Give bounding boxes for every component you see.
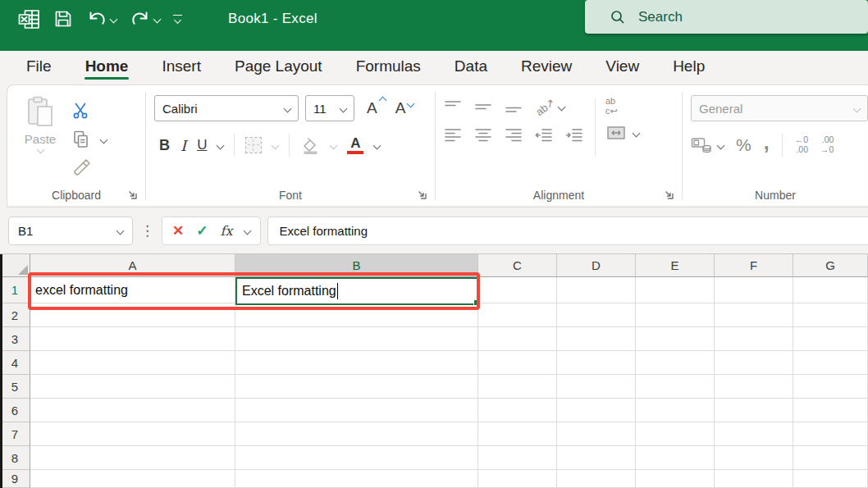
copy-dropdown-icon[interactable] <box>100 135 108 144</box>
cell-D1[interactable] <box>557 277 636 303</box>
tab-home[interactable]: Home <box>84 51 130 82</box>
cell-F1[interactable] <box>715 277 793 303</box>
cell-A8[interactable] <box>30 446 235 470</box>
cancel-icon[interactable]: ✕ <box>172 222 184 239</box>
column-header-G[interactable]: G <box>793 254 868 277</box>
tab-review[interactable]: Review <box>519 51 573 82</box>
column-header-E[interactable]: E <box>636 254 715 277</box>
cell-G9[interactable] <box>793 470 868 488</box>
cell-F2[interactable] <box>715 303 793 327</box>
formula-bar-drag-handle[interactable]: ⋮ <box>140 222 154 239</box>
cell-G1[interactable] <box>793 277 868 303</box>
undo-dropdown-icon[interactable] <box>110 15 118 23</box>
tab-data[interactable]: Data <box>453 51 489 82</box>
tab-page-layout[interactable]: Page Layout <box>233 51 324 82</box>
cell-F4[interactable] <box>715 351 793 375</box>
decrease-indent-button[interactable] <box>535 127 553 144</box>
cell-B3[interactable] <box>235 327 478 351</box>
cell-D5[interactable] <box>557 375 636 399</box>
copy-button[interactable] <box>71 129 107 150</box>
cell-D8[interactable] <box>557 446 636 470</box>
align-left-button[interactable] <box>444 127 462 144</box>
cell-A5[interactable] <box>30 375 235 399</box>
clipboard-dialog-launcher-icon[interactable] <box>127 189 138 200</box>
font-name-combo[interactable]: Calibri <box>154 95 299 121</box>
middle-align-button[interactable] <box>474 98 492 115</box>
formula-bar-dropdown-icon[interactable] <box>244 226 252 235</box>
redo-dropdown-icon[interactable] <box>153 15 162 23</box>
cell-G7[interactable] <box>793 422 868 446</box>
cell-B2[interactable] <box>235 303 478 327</box>
cell-D7[interactable] <box>557 422 636 446</box>
underline-button[interactable]: U <box>197 137 207 153</box>
top-align-button[interactable] <box>444 98 462 115</box>
cell-G5[interactable] <box>793 375 868 399</box>
increase-indent-button[interactable] <box>565 127 583 144</box>
tab-file[interactable]: File <box>25 51 53 82</box>
cell-F9[interactable] <box>715 470 793 488</box>
column-header-F[interactable]: F <box>715 254 793 277</box>
cell-G3[interactable] <box>793 327 868 351</box>
customize-quick-access-toolbar-icon[interactable] <box>168 15 187 24</box>
underline-dropdown-icon[interactable] <box>217 141 225 149</box>
row-header-2[interactable]: 2 <box>0 303 30 327</box>
cell-C8[interactable] <box>478 446 557 470</box>
fill-color-dropdown-icon[interactable] <box>330 141 338 149</box>
font-size-dropdown-icon[interactable] <box>340 104 348 112</box>
row-header-8[interactable]: 8 <box>0 446 30 470</box>
cell-E7[interactable] <box>636 422 715 446</box>
font-color-dropdown-icon[interactable] <box>373 141 381 149</box>
insert-function-icon[interactable]: fx <box>221 223 233 239</box>
cell-B8[interactable] <box>235 446 478 470</box>
paste-button[interactable]: Paste <box>16 95 65 185</box>
wrap-text-button[interactable]: ab c↩ <box>605 97 618 116</box>
cell-E6[interactable] <box>636 399 715 422</box>
cell-B5[interactable] <box>235 375 478 399</box>
cell-E9[interactable] <box>636 470 715 488</box>
cell-F6[interactable] <box>715 399 793 422</box>
number-format-combo[interactable]: General <box>691 95 868 121</box>
cell-D3[interactable] <box>557 327 636 351</box>
fill-color-button[interactable] <box>300 135 320 155</box>
search-box[interactable]: Search <box>585 0 868 34</box>
row-header-6[interactable]: 6 <box>0 399 30 422</box>
font-color-button[interactable]: A <box>347 136 363 155</box>
cell-G8[interactable] <box>793 446 868 470</box>
align-right-button[interactable] <box>505 127 523 144</box>
align-center-button[interactable] <box>474 127 492 144</box>
orientation-button[interactable]: ab↗ <box>535 101 564 113</box>
tab-insert[interactable]: Insert <box>160 51 203 82</box>
paste-dropdown-icon[interactable] <box>36 146 44 154</box>
font-size-combo[interactable]: 11 <box>305 95 354 121</box>
cell-E4[interactable] <box>636 351 715 375</box>
cell-C6[interactable] <box>478 399 557 422</box>
cell-F5[interactable] <box>715 375 793 399</box>
cell-F8[interactable] <box>715 446 793 470</box>
cell-C1[interactable] <box>478 277 557 303</box>
cell-C2[interactable] <box>478 303 557 327</box>
tab-formulas[interactable]: Formulas <box>354 51 423 82</box>
save-icon[interactable] <box>48 5 78 33</box>
cell-D9[interactable] <box>557 470 636 488</box>
row-header-1[interactable]: 1 <box>0 277 30 303</box>
grow-font-button[interactable]: A <box>361 99 383 117</box>
name-box-dropdown-icon[interactable] <box>116 226 125 235</box>
shrink-font-button[interactable]: A <box>390 99 412 117</box>
cell-C4[interactable] <box>478 351 557 375</box>
cell-B9[interactable] <box>235 470 478 488</box>
cell-F7[interactable] <box>715 422 793 446</box>
increase-decimal-button[interactable]: ←0 .00 <box>795 135 808 154</box>
cell-A3[interactable] <box>30 327 235 351</box>
active-cell-B1[interactable]: Excel formatting <box>235 277 479 305</box>
formula-input[interactable]: Excel formatting <box>267 217 868 245</box>
bold-button[interactable]: B <box>159 137 170 154</box>
undo-button[interactable] <box>81 5 121 33</box>
borders-dropdown-icon[interactable] <box>272 141 280 149</box>
cell-C5[interactable] <box>478 375 557 399</box>
cell-E8[interactable] <box>636 446 715 470</box>
cell-G2[interactable] <box>793 303 868 327</box>
column-header-D[interactable]: D <box>557 254 636 277</box>
cell-A6[interactable] <box>30 399 235 422</box>
select-all-corner[interactable] <box>0 254 30 277</box>
cell-E3[interactable] <box>636 327 715 351</box>
